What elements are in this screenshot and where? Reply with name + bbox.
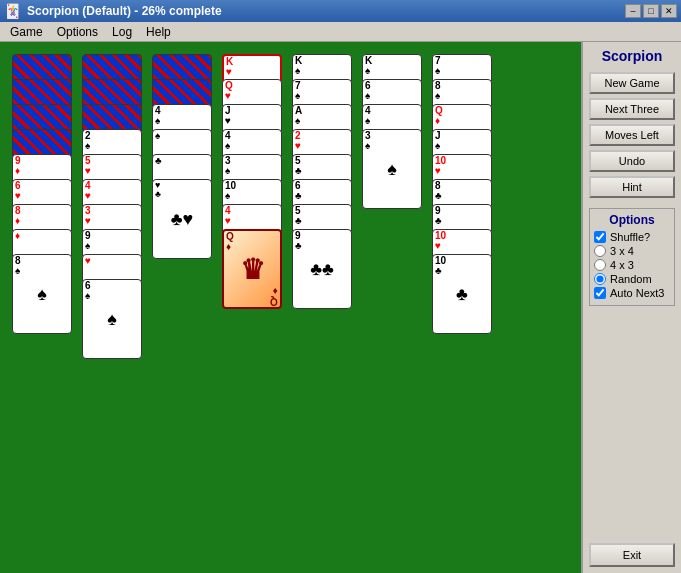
card-8-spades-last[interactable]: 8♠ ♠ (12, 254, 72, 334)
card-column-6[interactable]: K♠ ♚ 6♠ ♠ 4♠ ♠ 3♠ ♠ (362, 54, 426, 414)
option-3x4: 3 x 4 (594, 245, 670, 257)
new-game-button[interactable]: New Game (589, 72, 675, 94)
moves-left-button[interactable]: Moves Left (589, 124, 675, 146)
autonext3-label: Auto Next3 (610, 287, 664, 299)
card-7-clubs[interactable]: ♥♣ ♣♥ (152, 179, 212, 259)
menu-bar: Game Options Log Help (0, 22, 681, 42)
menu-options[interactable]: Options (51, 24, 104, 40)
3x4-label: 3 x 4 (610, 245, 634, 257)
card-column-3[interactable]: 4♠ ♠ ♠ ♠♠ ♣ ♣ ♥♣ ♣♥ (152, 54, 216, 414)
4x3-radio[interactable] (594, 259, 606, 271)
card-10-col7-3[interactable]: 10♣ ♣ (432, 254, 492, 334)
menu-game[interactable]: Game (4, 24, 49, 40)
hint-button[interactable]: Hint (589, 176, 675, 198)
minimize-button[interactable]: – (625, 4, 641, 18)
sidebar-title: Scorpion (589, 48, 675, 64)
card-3-col6[interactable]: 3♠ ♠ (362, 129, 422, 209)
game-area: 9♦ ♦ 6♥ ♥ 8♦ ♦ ♦ ♦♦ (0, 42, 581, 573)
option-4x3: 4 x 3 (594, 259, 670, 271)
options-section: Options Shuffle? 3 x 4 4 x 3 Random Auto… (589, 208, 675, 306)
random-radio[interactable] (594, 273, 606, 285)
random-label: Random (610, 273, 652, 285)
card-column-1[interactable]: 9♦ ♦ 6♥ ♥ 8♦ ♦ ♦ ♦♦ (12, 54, 76, 414)
card-table: 9♦ ♦ 6♥ ♥ 8♦ ♦ ♦ ♦♦ (8, 50, 573, 565)
app-icon: 🃏 (4, 3, 21, 19)
sidebar: Scorpion New Game Next Three Moves Left … (581, 42, 681, 573)
card-column-4[interactable]: K♥ ♔ Q♥ ♛ J♥ ♞ 4♠ ♠ (222, 54, 286, 414)
close-button[interactable]: ✕ (661, 4, 677, 18)
option-autonext3: Auto Next3 (594, 287, 670, 299)
menu-log[interactable]: Log (106, 24, 138, 40)
undo-button[interactable]: Undo (589, 150, 675, 172)
shuffle-checkbox[interactable] (594, 231, 606, 243)
title-text: Scorpion (Default) - 26% complete (27, 4, 222, 18)
card-queen-face[interactable]: Q♦ ♛ Q♦ (222, 229, 282, 309)
card-column-7[interactable]: 7♠ ♠ 8♠ ♠ Q♦ ♛ J♠ ♞ (432, 54, 496, 414)
main-area: 9♦ ♦ 6♥ ♥ 8♦ ♦ ♦ ♦♦ (0, 42, 681, 573)
shuffle-label: Shuffle? (610, 231, 650, 243)
option-shuffle: Shuffle? (594, 231, 670, 243)
4x3-label: 4 x 3 (610, 259, 634, 271)
card-column-2[interactable]: 2♠ ♠ 5♥ ♥ 4♥ ♥ 3♥ ♥ (82, 54, 146, 414)
exit-button[interactable]: Exit (589, 543, 675, 567)
maximize-button[interactable]: □ (643, 4, 659, 18)
options-title: Options (594, 213, 670, 227)
title-bar: 🃏 Scorpion (Default) - 26% complete – □ … (0, 0, 681, 22)
card-clubs-bottom[interactable]: 9♣ ♣♣ (292, 229, 352, 309)
card-column-5[interactable]: K♠ ♚ 7♠ ♠ A♠ ♠ 2♥ ♥ (292, 54, 356, 414)
title-bar-left: 🃏 Scorpion (Default) - 26% complete (4, 3, 222, 19)
3x4-radio[interactable] (594, 245, 606, 257)
next-three-button[interactable]: Next Three (589, 98, 675, 120)
title-controls: – □ ✕ (625, 4, 677, 18)
card-6-spades[interactable]: 6♠ ♠ (82, 279, 142, 359)
autonext3-checkbox[interactable] (594, 287, 606, 299)
option-random: Random (594, 273, 670, 285)
menu-help[interactable]: Help (140, 24, 177, 40)
